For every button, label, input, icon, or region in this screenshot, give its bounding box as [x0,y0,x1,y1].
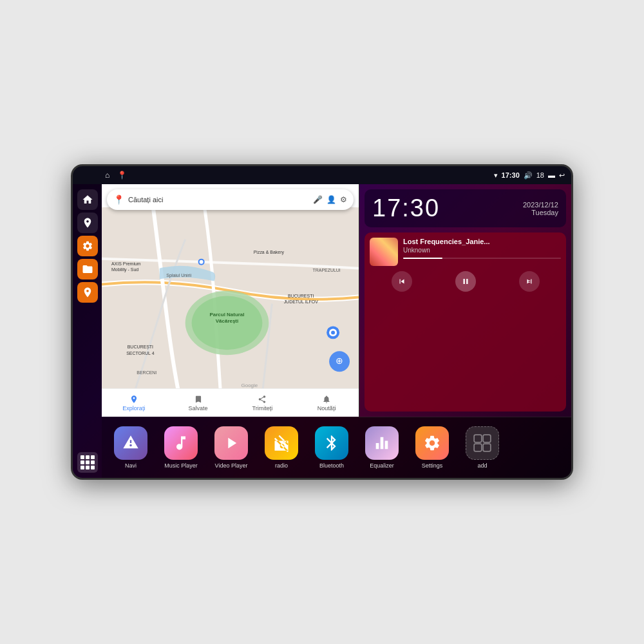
svg-text:Pizza & Bakery: Pizza & Bakery [254,250,285,255]
svg-rect-35 [483,444,491,451]
sidebar-item-files[interactable] [77,259,98,279]
video-player-icon [214,426,248,460]
svg-text:Google: Google [242,383,258,388]
radio-icon [265,426,298,460]
svg-point-25 [200,260,204,264]
music-artist: Unknown [403,247,561,254]
svg-text:TRAPEZULUI: TRAPEZULUI [312,268,340,272]
map-nav-share[interactable]: Trimiteți [231,389,295,417]
map-search-bar[interactable]: 📍 Căutați aici 🎤 👤 ⚙ [107,189,354,210]
music-next-button[interactable] [519,271,540,292]
app-radio[interactable]: radio [259,426,304,469]
svg-text:JUDETUL ILFOV: JUDETUL ILFOV [284,299,319,304]
app-settings[interactable]: Settings [410,426,455,469]
map-canvas: Parcul Natural Văcărești BUCUREȘTI JUDET… [102,184,359,417]
album-art-image [370,238,398,266]
status-bar: ⌂ 📍 ▾ 17:30 🔊 18 ▬ ↩ [73,166,571,184]
main-content: 📍 Căutați aici 🎤 👤 ⚙ [102,184,571,478]
video-player-label: Video Player [215,462,248,469]
svg-rect-34 [474,444,482,451]
svg-text:BUCUREȘTI: BUCUREȘTI [288,294,314,299]
svg-text:Parcul Natural: Parcul Natural [209,312,244,317]
sidebar [73,184,102,478]
music-play-pause-button[interactable] [455,271,476,292]
svg-point-31 [331,330,335,334]
music-top: Lost Frequencies_Janie... Unknown [370,238,561,266]
right-panel: 17:30 2023/12/12 Tuesday [359,184,571,417]
back-button[interactable]: ↩ [559,171,565,180]
wifi-icon: ▾ [494,171,498,180]
clock-time: 17:30 [372,194,440,222]
maps-logo-icon: 📍 [113,194,124,205]
music-progress-bar [403,258,561,259]
map-nav-news-label: Noutăți [317,405,336,412]
app-bluetooth[interactable]: Bluetooth [309,426,354,469]
settings-icon [415,426,449,460]
map-nav-saved-label: Salvate [189,405,208,412]
sidebar-item-home[interactable] [77,189,98,210]
sidebar-item-app-grid[interactable] [77,452,98,473]
svg-text:⊕: ⊕ [336,355,343,366]
maps-status-icon[interactable]: 📍 [117,171,127,180]
music-player-label: Music Player [164,462,198,469]
svg-rect-32 [474,435,482,442]
clock-date: 2023/12/12 Tuesday [523,201,558,216]
music-title: Lost Frequencies_Janie... [403,238,561,245]
map-nav-news[interactable]: Noutăți [294,389,359,417]
map-nav-saved[interactable]: Salvate [166,389,231,417]
app-video-player[interactable]: Video Player [209,426,254,469]
navi-label: Navi [125,462,137,469]
equalizer-icon [365,426,399,460]
device-shell: ⌂ 📍 ▾ 17:30 🔊 18 ▬ ↩ [71,164,573,480]
add-icon [466,426,499,460]
equalizer-label: Equalizer [370,462,394,469]
app-grid-section: Navi Music Player Video Player [102,417,571,478]
map-nav-share-label: Trimiteți [252,405,273,412]
music-prev-button[interactable] [392,271,412,292]
svg-text:BERCENI: BERCENI [137,370,156,375]
volume-icon: 🔊 [524,171,533,180]
status-bar-right: ▾ 17:30 🔊 18 ▬ ↩ [494,171,565,180]
clock-date-value: 2023/12/12 [523,201,558,209]
grid-dots-icon [80,455,95,469]
svg-text:Văcărești: Văcărești [216,318,238,324]
battery-icon: ▬ [548,171,555,179]
settings-label: Settings [422,462,443,469]
battery-level: 18 [536,171,544,179]
mic-icon[interactable]: 🎤 [313,195,323,204]
clock-day-value: Tuesday [523,209,558,216]
map-section[interactable]: 📍 Căutați aici 🎤 👤 ⚙ [102,184,359,417]
radio-label: radio [275,462,288,469]
sidebar-item-maps[interactable] [77,213,98,233]
top-row: 📍 Căutați aici 🎤 👤 ⚙ [102,184,571,417]
bluetooth-icon [315,426,348,460]
map-nav-explore-label: Explorați [122,405,145,412]
app-equalizer[interactable]: Equalizer [359,426,404,469]
svg-rect-33 [483,435,491,442]
account-icon[interactable]: 👤 [327,195,336,204]
svg-text:SECTORUL 4: SECTORUL 4 [126,351,154,355]
add-label: add [477,462,487,469]
svg-text:AXIS Premium: AXIS Premium [111,261,141,266]
music-controls [370,271,561,292]
app-music-player[interactable]: Music Player [158,426,204,469]
music-info: Lost Frequencies_Janie... Unknown [403,238,561,263]
bluetooth-label: Bluetooth [319,462,344,469]
sidebar-item-navigation[interactable] [77,282,98,303]
sidebar-item-settings[interactable] [77,236,98,256]
music-progress-fill [403,258,442,259]
app-add[interactable]: add [460,426,505,469]
status-bar-left: ⌂ 📍 [105,171,127,180]
music-player-icon [164,426,198,460]
app-navi[interactable]: Navi [108,426,153,469]
status-time: 17:30 [502,171,520,179]
music-album-art [370,238,398,266]
home-status-icon[interactable]: ⌂ [105,171,109,180]
music-widget: Lost Frequencies_Janie... Unknown [365,232,566,412]
svg-text:Splaiul Unirii: Splaiul Unirii [166,273,191,278]
more-icon[interactable]: ⚙ [340,195,347,204]
map-bottom-nav: Explorați Salvate Trimiteți Noutăți [102,388,359,417]
map-search-input[interactable]: Căutați aici [128,196,309,204]
map-nav-explore[interactable]: Explorați [102,389,166,417]
main-screen: 📍 Căutați aici 🎤 👤 ⚙ [73,184,571,478]
